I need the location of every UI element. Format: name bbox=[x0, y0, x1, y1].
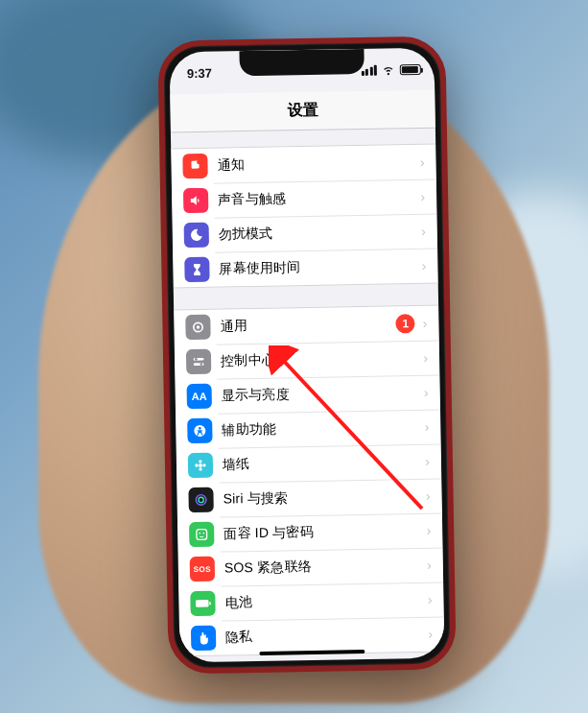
row-label: 电池 bbox=[224, 591, 428, 612]
chevron-right-icon: › bbox=[425, 419, 430, 435]
svg-point-16 bbox=[199, 497, 203, 502]
gear-icon bbox=[185, 315, 210, 340]
badge: 1 bbox=[396, 314, 415, 333]
status-time: 9:37 bbox=[187, 65, 212, 80]
row-screentime[interactable]: 屏幕使用时间 › bbox=[173, 249, 438, 288]
svg-rect-21 bbox=[209, 602, 211, 605]
row-wallpaper[interactable]: 墙纸 › bbox=[176, 444, 442, 484]
row-label: 屏幕使用时间 bbox=[219, 257, 422, 278]
chevron-right-icon: › bbox=[420, 189, 425, 204]
chevron-right-icon: › bbox=[428, 627, 433, 642]
chevron-right-icon: › bbox=[422, 258, 427, 273]
chevron-right-icon: › bbox=[424, 385, 429, 400]
row-battery[interactable]: 电池 › bbox=[178, 582, 444, 622]
chevron-right-icon: › bbox=[420, 154, 425, 170]
chevron-right-icon: › bbox=[423, 350, 428, 366]
row-label: SOS 紧急联络 bbox=[224, 557, 428, 578]
svg-point-12 bbox=[199, 467, 201, 470]
row-sos[interactable]: SOS SOS 紧急联络 › bbox=[178, 548, 444, 587]
screen: 9:37 设置 通知 › 声音与触感 › bbox=[169, 48, 444, 663]
aa-icon: AA bbox=[187, 384, 212, 409]
row-label: 显示与亮度 bbox=[222, 384, 425, 405]
svg-point-14 bbox=[202, 463, 205, 466]
row-label: 通知 bbox=[217, 154, 420, 175]
cellular-icon bbox=[361, 64, 377, 75]
row-label: 面容 ID 与密码 bbox=[223, 522, 427, 543]
face-icon bbox=[189, 522, 214, 547]
hourglass-icon bbox=[184, 257, 209, 282]
row-label: 声音与触感 bbox=[218, 188, 421, 209]
switches-icon bbox=[186, 349, 211, 374]
row-control[interactable]: 控制中心 › bbox=[175, 341, 440, 380]
sos-icon: SOS bbox=[190, 557, 215, 582]
settings-group: 通知 › 声音与触感 › 勿扰模式 › 屏幕使用时间 › bbox=[171, 144, 438, 289]
chevron-right-icon: › bbox=[427, 558, 432, 573]
row-label: Siri 与搜索 bbox=[223, 487, 426, 509]
battery-icon bbox=[400, 63, 421, 74]
row-general[interactable]: 通用 1 › bbox=[174, 306, 439, 345]
notch bbox=[239, 49, 364, 76]
svg-point-3 bbox=[197, 325, 200, 328]
row-label: 通用 bbox=[220, 315, 396, 335]
row-label: 控制中心 bbox=[221, 349, 424, 370]
chevron-right-icon: › bbox=[425, 454, 430, 469]
row-siri[interactable]: Siri 与搜索 › bbox=[176, 479, 442, 518]
chevron-right-icon: › bbox=[423, 316, 428, 331]
chevron-right-icon: › bbox=[428, 592, 433, 607]
battery-icon bbox=[190, 591, 215, 616]
row-faceid[interactable]: 面容 ID 与密码 › bbox=[177, 513, 443, 553]
svg-point-11 bbox=[199, 460, 201, 463]
phone-frame: 9:37 设置 通知 › 声音与触感 › bbox=[157, 36, 456, 674]
bell-icon bbox=[182, 154, 207, 178]
svg-point-10 bbox=[199, 463, 202, 467]
settings-group: 通用 1 › 控制中心 › AA 显示与亮度 › 辅助功能 › bbox=[174, 305, 444, 657]
svg-rect-20 bbox=[196, 600, 209, 607]
row-label: 墙纸 bbox=[223, 453, 426, 474]
person-icon bbox=[187, 418, 212, 443]
chevron-right-icon: › bbox=[426, 488, 431, 504]
nav-header: 设置 bbox=[170, 90, 435, 133]
row-label: 辅助功能 bbox=[222, 418, 425, 440]
chevron-right-icon: › bbox=[426, 523, 431, 538]
hand-icon bbox=[191, 626, 216, 651]
chevron-right-icon: › bbox=[421, 224, 426, 239]
row-label: 勿扰模式 bbox=[219, 223, 422, 244]
row-label: 隐私 bbox=[225, 626, 429, 647]
svg-point-15 bbox=[196, 495, 206, 506]
flower-icon bbox=[188, 453, 213, 478]
row-accessibility[interactable]: 辅助功能 › bbox=[176, 410, 441, 449]
row-display[interactable]: AA 显示与亮度 › bbox=[175, 375, 440, 415]
settings-list[interactable]: 通知 › 声音与触感 › 勿扰模式 › 屏幕使用时间 › bbox=[171, 129, 445, 663]
moon-icon bbox=[184, 223, 209, 248]
svg-point-13 bbox=[195, 463, 198, 466]
svg-point-19 bbox=[202, 533, 204, 535]
siri-icon bbox=[188, 487, 213, 512]
page-title: 设置 bbox=[287, 101, 318, 122]
svg-point-18 bbox=[199, 533, 200, 535]
row-notifications[interactable]: 通知 › bbox=[171, 145, 436, 184]
row-dnd[interactable]: 勿扰模式 › bbox=[172, 214, 437, 253]
row-sounds[interactable]: 声音与触感 › bbox=[172, 179, 437, 219]
wifi-icon bbox=[382, 62, 395, 76]
svg-rect-17 bbox=[197, 530, 207, 540]
speaker-icon bbox=[183, 188, 208, 213]
